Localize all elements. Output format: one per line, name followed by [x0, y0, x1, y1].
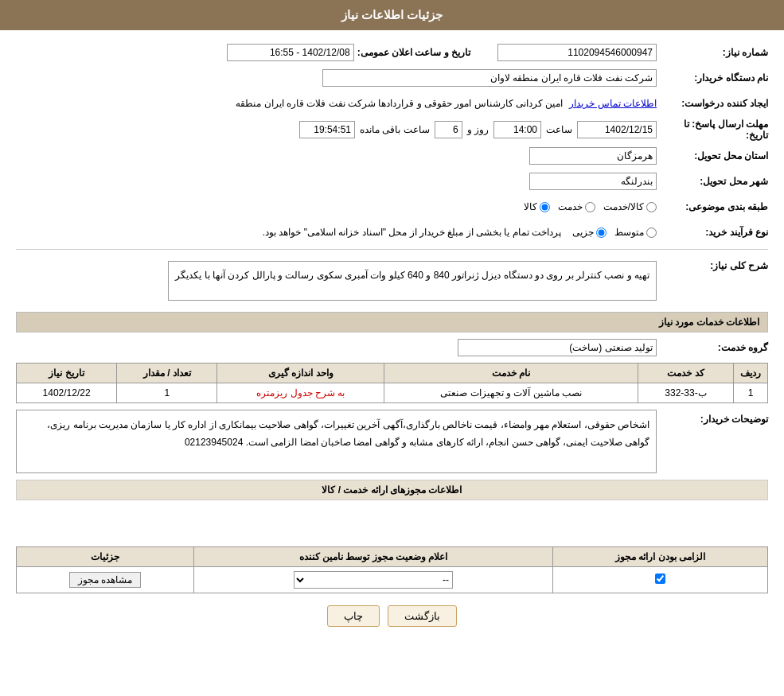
- reply-time-label: ساعت: [546, 124, 572, 135]
- reply-days-input[interactable]: [435, 121, 462, 138]
- need-number-input[interactable]: [497, 44, 657, 61]
- need-number-value: تاریخ و ساعت اعلان عمومی:: [16, 44, 657, 61]
- content-area: شماره نیاز: تاریخ و ساعت اعلان عمومی: نا…: [0, 38, 784, 631]
- page-header: جزئیات اطلاعات نیاز: [0, 0, 784, 30]
- service-group-row: گروه خدمت:: [16, 337, 768, 358]
- permits-required-cell: [552, 567, 767, 593]
- buyer-notes-content: اشخاص حقوقی، استعلام مهر وامضاء، قیمت نا…: [16, 410, 657, 473]
- need-number-row: شماره نیاز: تاریخ و ساعت اعلان عمومی:: [16, 42, 768, 63]
- reply-time-input[interactable]: [493, 121, 541, 138]
- services-table: ردیف کد خدمت نام خدمت واحد اندازه گیری ت…: [16, 363, 768, 403]
- table-row: 1 ب-33-332 نصب ماشین آلات و تجهیزات صنعت…: [17, 383, 768, 403]
- th-code: کد خدمت: [638, 364, 734, 383]
- buyer-notes-box: اشخاص حقوقی، استعلام مهر وامضاء، قیمت نا…: [16, 410, 657, 473]
- process-radio-jozi[interactable]: [596, 227, 607, 238]
- buyer-notes-label: توضیحات خریدار:: [657, 410, 768, 425]
- row-code: ب-33-332: [638, 383, 734, 403]
- city-row: شهر محل تحویل:: [16, 171, 768, 192]
- reply-deadline-label: مهلت ارسال پاسخ: تا تاریخ:: [657, 119, 768, 141]
- reply-date-input[interactable]: [577, 121, 657, 138]
- service-group-input[interactable]: [458, 339, 657, 356]
- category-label: طبقه بندی موضوعی:: [657, 201, 768, 212]
- reply-days-label: روز و: [467, 124, 489, 135]
- permits-status-select[interactable]: --: [294, 571, 453, 589]
- description-label: شرح کلی نیاز:: [657, 256, 768, 271]
- creator-text: امین کردانی کارشناس امور حقوقی و قرارداد…: [236, 98, 563, 109]
- permits-th-status: اعلام وضعیت مجوز توسط نامین کننده: [194, 547, 553, 567]
- description-content: تهیه و نصب کنترلر بر روی دو دستگاه دیزل …: [16, 256, 657, 305]
- permits-th-details: جزئیات: [17, 547, 194, 567]
- buyer-org-row: نام دستگاه خریدار:: [16, 68, 768, 88]
- row-date: 1402/12/22: [17, 383, 117, 403]
- reply-remaining-input[interactable]: [299, 121, 355, 138]
- buyer-notes-row: توضیحات خریدار: اشخاص حقوقی، استعلام مهر…: [16, 410, 768, 473]
- buyer-org-input[interactable]: [322, 69, 657, 87]
- page-title: جزئیات اطلاعات نیاز: [341, 8, 443, 21]
- process-note: پرداخت تمام یا بخشی از مبلغ خریدار از مح…: [263, 227, 561, 238]
- creator-link[interactable]: اطلاعات تماس خریدار: [569, 98, 657, 109]
- announce-date-label: تاریخ و ساعت اعلان عمومی:: [357, 47, 470, 58]
- city-input[interactable]: [529, 173, 657, 190]
- th-quantity: تعداد / مقدار: [117, 364, 217, 383]
- permits-view-button[interactable]: مشاهده مجوز: [69, 572, 141, 588]
- row-number: 1: [734, 383, 768, 403]
- permits-spacer: [16, 504, 768, 543]
- category-option-kala-khedmat[interactable]: کالا/خدمت: [603, 201, 657, 212]
- description-row: شرح کلی نیاز: تهیه و نصب کنترلر بر روی د…: [16, 256, 768, 305]
- category-radio-khedmat[interactable]: [585, 202, 595, 212]
- buyer-org-value: [16, 69, 657, 87]
- category-radio-kala-khedmat[interactable]: [646, 202, 657, 212]
- category-label-kala-khedmat: کالا/خدمت: [603, 201, 644, 212]
- category-option-khedmat[interactable]: خدمت: [558, 201, 595, 212]
- announce-date-input[interactable]: [227, 44, 354, 61]
- row-unit: به شرح جدول ریزمتره: [217, 383, 384, 403]
- category-label-kala: کالا: [524, 201, 537, 212]
- process-options: متوسط جزیی پرداخت تمام یا بخشی از مبلغ خ…: [16, 227, 657, 238]
- category-option-kala[interactable]: کالا: [524, 201, 550, 212]
- description-text: تهیه و نصب کنترلر بر روی دو دستگاه دیزل …: [175, 270, 649, 281]
- category-options: کالا/خدمت خدمت کالا: [16, 201, 657, 212]
- creator-row: ایجاد کننده درخواست: اطلاعات تماس خریدار…: [16, 93, 768, 114]
- process-label-motavaset: متوسط: [614, 227, 644, 238]
- process-label-jozi: جزیی: [572, 227, 594, 238]
- province-input[interactable]: [529, 147, 657, 165]
- service-section-title: اطلاعات خدمات مورد نیاز: [16, 312, 768, 332]
- row-quantity: 1: [117, 383, 217, 403]
- permits-status-cell: --: [194, 567, 553, 593]
- buyer-org-label: نام دستگاه خریدار:: [657, 72, 768, 84]
- permits-required-checkbox[interactable]: [655, 574, 665, 584]
- category-row: طبقه بندی موضوعی: کالا/خدمت خدمت کالا: [16, 196, 768, 217]
- process-option-jozi[interactable]: جزیی: [572, 227, 607, 238]
- province-value: [16, 147, 657, 165]
- permits-details-cell: مشاهده مجوز: [17, 567, 194, 593]
- th-number: ردیف: [734, 364, 768, 383]
- page-wrapper: جزئیات اطلاعات نیاز شماره نیاز: تاریخ و …: [0, 0, 784, 696]
- need-number-label: شماره نیاز:: [657, 47, 768, 58]
- process-row: نوع فرآیند خرید: متوسط جزیی پرداخت تمام …: [16, 222, 768, 243]
- process-option-motavaset[interactable]: متوسط: [614, 227, 657, 238]
- province-label: استان محل تحویل:: [657, 150, 768, 161]
- reply-remaining-label: ساعت باقی مانده: [360, 124, 430, 135]
- print-button[interactable]: چاپ: [327, 605, 380, 627]
- th-name: نام خدمت: [384, 364, 638, 383]
- permits-table: الزامی بودن ارائه مجوز اعلام وضعیت مجوز …: [16, 546, 768, 593]
- row-name: نصب ماشین آلات و تجهیزات صنعتی: [384, 383, 638, 403]
- process-label: نوع فرآیند خرید:: [657, 227, 768, 238]
- city-label: شهر محل تحویل:: [657, 176, 768, 187]
- footer-buttons: بازگشت چاپ: [16, 605, 768, 627]
- creator-value: اطلاعات تماس خریدار امین کردانی کارشناس …: [16, 98, 657, 109]
- category-label-khedmat: خدمت: [558, 201, 583, 212]
- permits-th-required: الزامی بودن ارائه مجوز: [552, 547, 767, 567]
- reply-deadline-values: ساعت روز و ساعت باقی مانده: [16, 121, 657, 138]
- buyer-notes-text: اشخاص حقوقی، استعلام مهر وامضاء، قیمت نا…: [47, 419, 649, 448]
- service-group-value: [16, 339, 657, 356]
- back-button[interactable]: بازگشت: [388, 605, 457, 627]
- divider-1: [16, 249, 768, 250]
- reply-deadline-row: مهلت ارسال پاسخ: تا تاریخ: ساعت روز و سا…: [16, 119, 768, 141]
- permits-section-title: اطلاعات مجوزهای ارائه خدمت / کالا: [16, 480, 768, 500]
- category-radio-kala[interactable]: [540, 202, 550, 212]
- description-box: تهیه و نصب کنترلر بر روی دو دستگاه دیزل …: [168, 261, 657, 301]
- creator-label: ایجاد کننده درخواست:: [657, 98, 768, 109]
- process-radio-motavaset[interactable]: [646, 227, 657, 238]
- city-value: [16, 173, 657, 190]
